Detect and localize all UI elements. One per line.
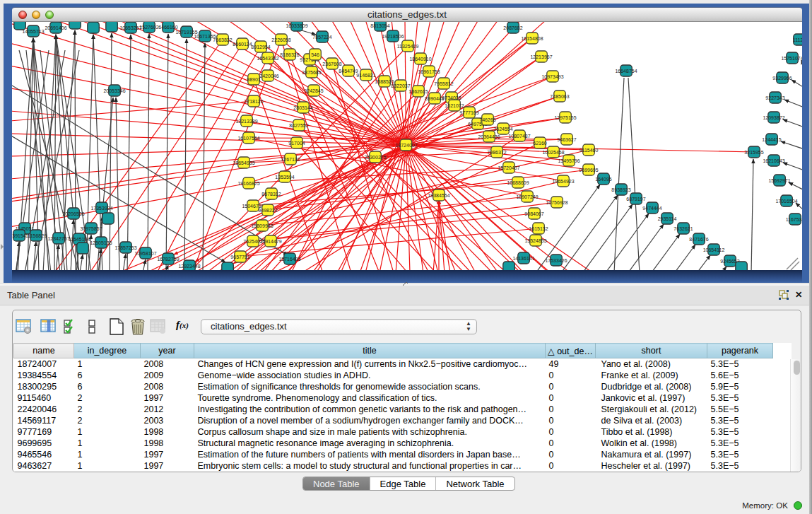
svg-text:62160: 62160	[533, 141, 547, 146]
svg-text:2935114: 2935114	[658, 216, 677, 221]
svg-text:9146821: 9146821	[356, 73, 375, 78]
svg-text:20691406: 20691406	[45, 25, 66, 30]
svg-text:7485063: 7485063	[550, 94, 569, 99]
svg-text:16648754: 16648754	[615, 69, 637, 74]
svg-text:1244415: 1244415	[762, 137, 781, 142]
svg-text:8938923: 8938923	[611, 187, 630, 192]
svg-text:19654923: 19654923	[552, 179, 574, 184]
svg-text:3624554: 3624554	[493, 127, 512, 132]
svg-text:3267130: 3267130	[281, 157, 300, 162]
svg-text:10958107: 10958107	[134, 251, 156, 256]
svg-text:917004: 917004	[288, 141, 305, 146]
svg-text:17533426: 17533426	[545, 258, 567, 263]
svg-text:3875685: 3875685	[302, 70, 321, 75]
svg-text:8813054: 8813054	[370, 23, 389, 28]
svg-text:11545194: 11545194	[69, 237, 90, 242]
svg-text:12093872: 12093872	[763, 115, 784, 120]
svg-text:164095: 164095	[595, 177, 611, 182]
svg-text:12975155: 12975155	[554, 115, 576, 120]
svg-text:9777169: 9777169	[459, 110, 478, 115]
svg-text:19384554: 19384554	[428, 193, 449, 198]
svg-text:16154808: 16154808	[521, 36, 543, 41]
svg-text:1621072: 1621072	[445, 103, 464, 108]
svg-text:9329966: 9329966	[772, 76, 792, 81]
svg-text:15720407: 15720407	[498, 165, 519, 170]
svg-text:12213389: 12213389	[235, 119, 257, 124]
svg-text:16033809: 16033809	[286, 23, 307, 28]
svg-text:12342757: 12342757	[47, 236, 69, 241]
svg-text:17353924: 17353924	[90, 206, 112, 211]
svg-text:1362615: 1362615	[408, 89, 428, 94]
svg-text:16107554: 16107554	[237, 136, 259, 141]
svg-text:11325419: 11325419	[397, 44, 419, 49]
svg-text:3215955: 3215955	[744, 150, 763, 155]
svg-text:9657791: 9657791	[230, 255, 249, 259]
svg-text:2718126: 2718126	[244, 99, 263, 104]
svg-text:8454749: 8454749	[339, 69, 358, 74]
svg-text:39154: 39154	[12, 233, 26, 238]
svg-text:20053346: 20053346	[103, 88, 125, 93]
svg-text:15692971: 15692971	[768, 178, 790, 183]
svg-text:9498222: 9498222	[258, 208, 277, 213]
svg-text:30975857: 30975857	[80, 226, 102, 231]
svg-text:8578312: 8578312	[261, 192, 281, 197]
svg-text:2367608: 2367608	[322, 62, 341, 66]
svg-text:25300275: 25300275	[364, 155, 386, 160]
svg-text:15716485: 15716485	[278, 257, 300, 262]
svg-text:7857224: 7857224	[312, 35, 331, 40]
svg-text:1167534: 1167534	[786, 217, 802, 222]
svg-text:20206536: 20206536	[62, 211, 84, 216]
svg-text:9115460: 9115460	[579, 148, 599, 153]
svg-text:18724007: 18724007	[395, 143, 417, 148]
svg-text:2226058: 2226058	[271, 37, 290, 42]
svg-text:12505135: 12505135	[90, 240, 112, 245]
svg-text:8912954: 8912954	[251, 45, 270, 49]
svg-text:19654935: 19654935	[233, 160, 254, 165]
svg-text:10756928: 10756928	[546, 200, 567, 205]
svg-text:1353594: 1353594	[275, 175, 294, 180]
svg-text:8427552: 8427552	[289, 123, 308, 128]
svg-text:16210643: 16210643	[763, 158, 784, 163]
svg-text:13495796: 13495796	[558, 158, 579, 163]
svg-text:10653267: 10653267	[119, 25, 141, 30]
svg-text:10654112: 10654112	[703, 247, 725, 252]
svg-text:16961758: 16961758	[418, 69, 440, 74]
svg-text:9463627: 9463627	[557, 137, 576, 142]
svg-text:10688609: 10688609	[507, 180, 529, 185]
svg-text:9227343: 9227343	[765, 95, 784, 100]
svg-text:7663822: 7663822	[213, 37, 232, 42]
svg-text:8322037: 8322037	[391, 83, 410, 88]
svg-text:16782759: 16782759	[157, 257, 179, 262]
svg-text:746266: 746266	[479, 117, 495, 122]
svg-text:1527602: 1527602	[139, 25, 158, 30]
svg-text:16543382: 16543382	[257, 56, 278, 61]
svg-text:8186328: 8186328	[280, 52, 299, 57]
svg-text:1615132: 1615132	[529, 226, 548, 231]
svg-text:10025458: 10025458	[542, 150, 564, 155]
svg-text:15809948: 15809948	[251, 223, 273, 228]
svg-text:9242845: 9242845	[304, 88, 323, 93]
svg-text:9699695: 9699695	[579, 168, 598, 173]
svg-text:2087682: 2087682	[503, 25, 522, 30]
svg-text:10807487: 10807487	[508, 134, 530, 139]
svg-text:19166825: 19166825	[237, 181, 259, 186]
svg-text:11156829: 11156829	[25, 233, 47, 238]
svg-text:7955812: 7955812	[434, 81, 453, 86]
svg-text:546: 546	[311, 52, 319, 57]
svg-text:14136141: 14136141	[512, 256, 534, 261]
svg-text:19218506: 19218506	[382, 34, 404, 39]
svg-text:12923448: 12923448	[178, 264, 200, 269]
svg-text:13524855: 13524855	[524, 238, 546, 243]
svg-text:20364436: 20364436	[478, 134, 500, 139]
svg-text:9084067: 9084067	[524, 211, 543, 216]
svg-text:8660124: 8660124	[233, 42, 252, 47]
svg-text:12213967: 12213967	[530, 54, 552, 59]
svg-text:7632621: 7632621	[673, 226, 693, 231]
svg-text:8471676: 8471676	[689, 237, 708, 242]
svg-text:2803144: 2803144	[293, 105, 312, 110]
svg-text:10973493: 10973493	[541, 74, 563, 79]
svg-text:14055713: 14055713	[22, 29, 44, 34]
svg-text:6466160: 6466160	[158, 25, 177, 30]
svg-text:17016504: 17016504	[775, 199, 797, 204]
svg-text:17857253: 17857253	[114, 245, 136, 250]
